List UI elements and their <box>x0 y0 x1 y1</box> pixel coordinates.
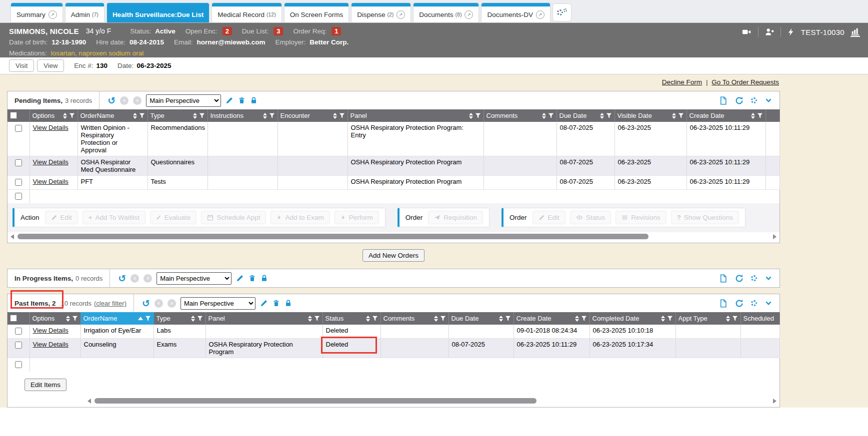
filter-icon[interactable] <box>197 316 203 322</box>
view-details-link[interactable]: View Details <box>33 158 68 166</box>
column-header-encounter[interactable]: Encounter <box>280 112 310 119</box>
next-page-icon[interactable]: › <box>133 96 142 105</box>
perspective-select[interactable]: Main Perspective <box>146 94 221 107</box>
sort-icon[interactable] <box>600 113 604 119</box>
column-header-instructions[interactable]: Instructions <box>210 112 244 119</box>
sort-icon[interactable] <box>263 113 267 119</box>
visit-button[interactable]: Visit <box>9 59 34 72</box>
prev-page-icon[interactable]: ‹ <box>154 299 163 308</box>
prev-page-icon[interactable]: ‹ <box>120 96 128 105</box>
edit-perspective-icon[interactable] <box>226 96 234 104</box>
column-header-completed-date[interactable]: Completed Date <box>592 315 640 322</box>
lightning-icon[interactable] <box>787 27 795 36</box>
filter-icon[interactable] <box>757 113 763 119</box>
filter-icon[interactable] <box>139 113 145 119</box>
sort-icon[interactable] <box>193 113 197 119</box>
column-header-visible-date[interactable]: Visible Date <box>618 112 652 119</box>
lock-icon[interactable] <box>250 96 258 104</box>
sort-icon[interactable] <box>333 113 337 119</box>
scroll-right-arrow[interactable] <box>773 399 776 404</box>
scrollbar-thumb[interactable] <box>94 398 536 404</box>
view-details-link[interactable]: View Details <box>33 178 68 185</box>
filter-icon[interactable] <box>269 113 275 119</box>
scroll-right-arrow[interactable] <box>773 234 776 239</box>
horizontal-scrollbar[interactable] <box>10 233 778 240</box>
show-questions-button[interactable]: ?Show Questions <box>671 211 739 224</box>
popout-icon[interactable]: ↗ <box>48 10 57 19</box>
edit-items-button[interactable]: Edit Items <box>24 379 66 391</box>
popout-icon[interactable]: ↗ <box>464 10 473 19</box>
chart-icon[interactable] <box>850 27 860 35</box>
tab-documents-dv[interactable]: Documents-DV ↗ <box>482 3 550 22</box>
scroll-left-arrow[interactable] <box>10 234 14 239</box>
column-header-options[interactable]: Options <box>32 315 55 322</box>
add-new-orders-button[interactable]: Add New Orders <box>362 249 424 262</box>
tab-on-screen-forms[interactable]: On Screen Forms <box>284 3 349 22</box>
row-checkbox[interactable] <box>15 361 22 368</box>
add-to-exam-button[interactable]: Add to Exam <box>270 211 330 224</box>
sort-icon[interactable] <box>366 316 370 322</box>
order-req-badge[interactable]: 1 <box>332 27 341 35</box>
filter-icon[interactable] <box>372 316 378 322</box>
new-document-icon[interactable] <box>719 274 728 283</box>
view-button[interactable]: View <box>37 59 64 72</box>
gear-icon[interactable] <box>751 97 757 103</box>
evaluate-button[interactable]: ✓Evaluate <box>150 211 196 224</box>
popout-icon[interactable]: ↗ <box>536 10 544 19</box>
clear-filter-link[interactable]: (clear filter) <box>94 300 126 307</box>
perform-button[interactable]: Perform <box>334 211 379 224</box>
tab-admin[interactable]: Admin (7) <box>66 3 104 22</box>
row-checkbox[interactable] <box>15 193 22 200</box>
go-to-order-requests-link[interactable]: Go To Order Requests <box>712 78 779 86</box>
prev-page-icon[interactable]: ‹ <box>130 274 139 283</box>
column-header-comments[interactable]: Comments <box>384 315 415 322</box>
column-header-panel[interactable]: Panel <box>208 315 225 322</box>
sort-icon[interactable] <box>66 316 70 322</box>
add-to-waitlist-button[interactable]: +Add To Waitlist <box>82 211 146 224</box>
filter-icon[interactable] <box>72 316 78 322</box>
open-enc-badge[interactable]: 2 <box>222 27 232 35</box>
sort-icon[interactable] <box>133 113 137 119</box>
column-header-status[interactable]: Status <box>326 315 344 322</box>
column-header-due-date[interactable]: Due Date <box>452 315 479 322</box>
filter-icon[interactable] <box>667 316 673 322</box>
add-person-icon[interactable] <box>764 27 774 36</box>
view-details-link[interactable]: View Details <box>33 341 68 348</box>
sort-icon[interactable] <box>751 113 755 119</box>
sort-icon[interactable] <box>661 316 665 322</box>
filter-icon[interactable] <box>199 113 205 119</box>
perspective-select[interactable]: Main Perspective <box>180 297 256 310</box>
view-details-link[interactable]: View Details <box>33 327 68 334</box>
column-header-type[interactable]: Type <box>156 315 170 322</box>
collapse-icon[interactable] <box>764 275 772 282</box>
refresh-icon[interactable] <box>735 274 744 283</box>
tab-documents[interactable]: Documents (8) ↗ <box>414 3 478 22</box>
decline-form-link[interactable]: Decline Form <box>662 78 702 86</box>
new-document-icon[interactable] <box>719 299 728 308</box>
edit-button[interactable]: Edit <box>45 211 78 224</box>
edit-perspective-icon[interactable] <box>236 274 244 282</box>
new-document-icon[interactable] <box>719 96 728 105</box>
row-checkbox[interactable] <box>15 179 22 186</box>
column-header-due-date[interactable]: Due Date <box>560 112 587 119</box>
refresh-icon[interactable] <box>735 96 744 105</box>
sort-asc-icon[interactable] <box>138 317 143 320</box>
tab-medical-record[interactable]: Medical Record (12) <box>212 3 281 22</box>
revisions-button[interactable]: Revisions <box>616 211 666 224</box>
delete-perspective-icon[interactable] <box>248 274 256 282</box>
filter-icon[interactable] <box>314 316 320 322</box>
popout-icon[interactable]: ↗ <box>396 10 405 19</box>
row-checkbox[interactable] <box>15 328 22 335</box>
horizontal-scrollbar[interactable] <box>86 397 778 405</box>
filter-icon[interactable] <box>505 316 511 322</box>
sort-icon[interactable] <box>469 113 473 119</box>
scroll-left-arrow[interactable] <box>88 399 91 404</box>
edit-perspective-icon[interactable] <box>260 299 268 307</box>
column-header-create-date[interactable]: Create Date <box>690 112 724 119</box>
view-details-link[interactable]: View Details <box>33 124 68 131</box>
refresh-icon[interactable] <box>735 299 744 308</box>
delete-perspective-icon[interactable] <box>272 299 280 307</box>
sort-icon[interactable] <box>575 316 579 322</box>
column-header-appt-type[interactable]: Appt Type <box>678 315 708 322</box>
lock-icon[interactable] <box>260 274 268 282</box>
